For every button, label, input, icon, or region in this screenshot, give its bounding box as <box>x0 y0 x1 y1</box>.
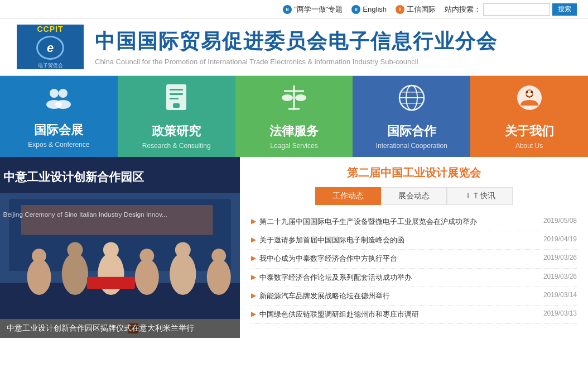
policy-icon <box>163 83 190 118</box>
left-image-area: 中意工业设计创新合作园区 Beijing Ceremony of Sino It… <box>0 157 240 338</box>
nav-cn-intl: 国际合作 <box>387 123 436 140</box>
news-arrow-2: ▶ <box>251 254 256 262</box>
english-icon: e <box>351 5 360 14</box>
nav-item-expos[interactable]: 国际会展 Expos & Conference <box>0 76 118 157</box>
svg-text:中意工业设计创新合作园区: 中意工业设计创新合作园区 <box>3 170 144 184</box>
gongxin-icon: i <box>396 5 404 14</box>
top-bar: e "两学一做"专题 e English i 工信国际 站内搜索： 搜索 <box>0 0 588 19</box>
svg-point-39 <box>211 249 226 263</box>
svg-point-35 <box>139 249 154 263</box>
nav-item-about[interactable]: 关于我们 About Us <box>470 76 588 157</box>
svg-point-28 <box>27 259 51 295</box>
nav-item-policy[interactable]: 政策研究 Research & Consulting <box>118 76 235 157</box>
news-item-left-5: ▶ 中国绿色供应链联盟调研组赴德州市和枣庄市调研 <box>251 309 539 319</box>
svg-point-29 <box>32 249 46 263</box>
search-label: 站内搜索： <box>445 4 481 15</box>
nav-en-intl: Interational Cooperation <box>376 142 447 150</box>
svg-point-11 <box>282 94 293 101</box>
news-title-2[interactable]: 我中心成为中泰数字经济合作中方执行平台 <box>259 254 397 264</box>
nav-en-expos: Expos & Conference <box>28 141 89 149</box>
nav-item-legal[interactable]: 法律服务 Leagal Services <box>235 76 353 157</box>
search-button[interactable]: 搜索 <box>552 3 577 16</box>
svg-rect-27 <box>21 205 213 235</box>
news-item-left-4: ▶ 新能源汽车品牌发展战略论坛在德州举行 <box>251 291 539 301</box>
news-main-title: 第二届中国工业设计展览会 <box>251 165 577 180</box>
news-title-0[interactable]: 第二十九届中国国际电子生产设备暨微电子工业展览会在沪成功举办 <box>259 217 477 227</box>
svg-point-0 <box>50 89 59 98</box>
svg-point-38 <box>207 259 231 295</box>
news-arrow-0: ▶ <box>251 217 256 225</box>
main-content: 中意工业设计创新合作园区 Beijing Ceremony of Sino It… <box>0 157 588 338</box>
svg-point-23 <box>531 91 533 93</box>
news-title-5[interactable]: 中国绿色供应链联盟调研组赴德州市和枣庄市调研 <box>259 309 419 319</box>
gongxin-link[interactable]: i 工信国际 <box>396 4 436 15</box>
news-title-4[interactable]: 新能源汽车品牌发展战略论坛在德州举行 <box>259 291 390 301</box>
english-link[interactable]: e English <box>351 5 387 14</box>
svg-rect-7 <box>170 98 179 99</box>
svg-point-33 <box>103 242 119 258</box>
search-area: 站内搜索： 搜索 <box>445 3 577 16</box>
liang-xue-label: "两学一做"专题 <box>294 4 343 15</box>
header: CCPIT 电子贸促会 // We'll use CSS for this in… <box>0 19 588 76</box>
news-item-left-1: ▶ 关于邀请参加首届中国国际电子制造峰会的函 <box>251 235 539 245</box>
nav-cn-legal: 法律服务 <box>269 123 319 140</box>
header-main-title: 中国国际贸易促进委员会电子信息行业分会 <box>95 28 498 55</box>
svg-point-36 <box>170 253 196 295</box>
news-title-1[interactable]: 关于邀请参加首届中国国际电子制造峰会的函 <box>259 235 404 245</box>
search-input[interactable] <box>483 3 550 16</box>
gongxin-label: 工信国际 <box>407 4 436 15</box>
caption-text: 中意工业设计创新合作园区揭牌仪式在意大利米兰举行 <box>7 323 194 332</box>
svg-point-12 <box>295 94 306 101</box>
svg-rect-8 <box>173 103 180 108</box>
tab-expo[interactable]: 展会动态 <box>381 187 447 205</box>
nav-en-policy: Research & Consulting <box>142 142 211 150</box>
news-item-left-3: ▶ 中泰数字经济合作论坛及系列配套活动成功举办 <box>251 273 539 283</box>
news-date-4: 2019/03/14 <box>543 291 577 299</box>
nav-cn-about: 关于我们 <box>505 123 554 140</box>
nav-menu: 国际会展 Expos & Conference 政策研究 Research & … <box>0 76 588 157</box>
nav-en-legal: Leagal Services <box>270 142 317 150</box>
logo-subtext: 电子贸促会 <box>38 62 63 69</box>
svg-rect-6 <box>170 93 183 95</box>
svg-point-3 <box>55 100 71 109</box>
news-date-1: 2019/04/19 <box>543 235 577 243</box>
news-arrow-3: ▶ <box>251 273 256 281</box>
right-news-area: 第二届中国工业设计展览会 工作动态 展会动态 ＩＴ快讯 ▶ 第二十九届中国国际电… <box>240 157 588 338</box>
tab-work[interactable]: 工作动态 <box>315 187 381 205</box>
list-item: ▶ 新能源汽车品牌发展战略论坛在德州举行 2019/03/14 <box>251 287 577 306</box>
svg-point-22 <box>526 91 528 93</box>
news-date-3: 2019/03/26 <box>543 273 577 280</box>
event-caption: 中意工业设计创新合作园区揭牌仪式在意大利米兰举行 <box>0 319 240 338</box>
news-item-left-0: ▶ 第二十九届中国国际电子生产设备暨微电子工业展览会在沪成功举办 <box>251 217 539 227</box>
news-date-5: 2019/03/13 <box>543 309 577 317</box>
list-item: ▶ 第二十九届中国国际电子生产设备暨微电子工业展览会在沪成功举办 2019/05… <box>251 213 577 231</box>
news-tabs: 工作动态 展会动态 ＩＴ快讯 <box>251 187 577 205</box>
list-item: ▶ 我中心成为中泰数字经济合作中方执行平台 2019/03/26 <box>251 250 577 268</box>
nav-cn-policy: 政策研究 <box>152 123 201 140</box>
list-item: ▶ 关于邀请参加首届中国国际电子制造峰会的函 2019/04/19 <box>251 231 577 250</box>
list-item: ▶ 中泰数字经济合作论坛及系列配套活动成功举办 2019/03/26 <box>251 269 577 287</box>
intl-icon <box>397 83 426 118</box>
list-item: ▶ 中国绿色供应链联盟调研组赴德州市和枣庄市调研 2019/03/13 <box>251 306 577 324</box>
header-title-area: 中国国际贸易促进委员会电子信息行业分会 China Council for th… <box>95 28 498 66</box>
logo-area: CCPIT 电子贸促会 <box>17 25 84 69</box>
nav-en-about: About Us <box>515 142 543 150</box>
news-date-0: 2019/05/08 <box>543 217 577 225</box>
svg-point-1 <box>59 89 68 98</box>
event-image: 中意工业设计创新合作园区 Beijing Ceremony of Sino It… <box>0 157 240 319</box>
news-date-2: 2019/03/26 <box>543 254 577 261</box>
nav-item-intl[interactable]: 国际合作 Interational Cooperation <box>353 76 470 157</box>
svg-rect-5 <box>170 89 183 90</box>
svg-point-37 <box>175 242 191 258</box>
news-title-3[interactable]: 中泰数字经济合作论坛及系列配套活动成功举办 <box>259 273 412 283</box>
ccpit-label: CCPIT <box>37 25 64 34</box>
about-icon <box>515 83 544 118</box>
news-arrow-1: ▶ <box>251 236 256 244</box>
news-list: ▶ 第二十九届中国国际电子生产设备暨微电子工业展览会在沪成功举办 2019/05… <box>251 213 577 324</box>
news-item-left-2: ▶ 我中心成为中泰数字经济合作中方执行平台 <box>251 254 539 264</box>
liang-xue-icon: e <box>283 5 292 14</box>
tab-it[interactable]: ＩＴ快讯 <box>447 187 513 205</box>
liang-xue-link[interactable]: e "两学一做"专题 <box>283 4 343 15</box>
svg-point-19 <box>517 85 542 110</box>
news-arrow-4: ▶ <box>251 292 256 299</box>
